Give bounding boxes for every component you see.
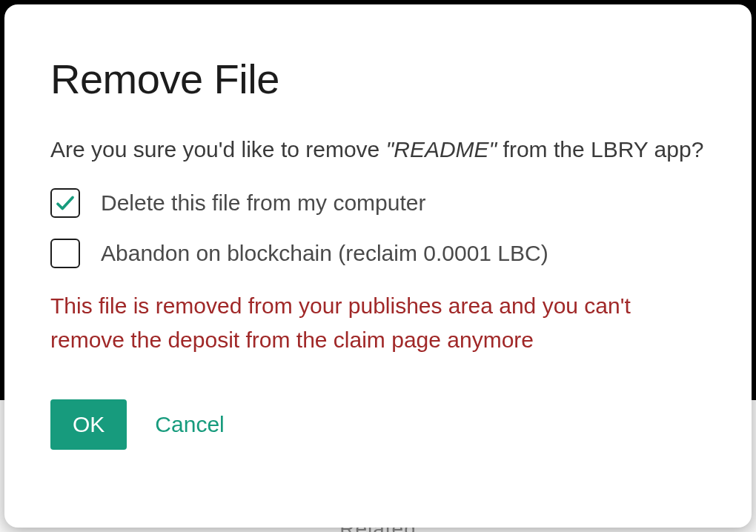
dialog-title: Remove File <box>50 55 706 103</box>
message-prefix: Are you sure you'd like to remove <box>50 137 386 162</box>
abandon-blockchain-label: Abandon on blockchain (reclaim 0.0001 LB… <box>101 241 548 266</box>
remove-file-dialog: Remove File Are you sure you'd like to r… <box>4 4 752 528</box>
message-filename: "README" <box>386 137 497 162</box>
abandon-blockchain-checkbox-row[interactable]: Abandon on blockchain (reclaim 0.0001 LB… <box>50 239 706 268</box>
ok-button[interactable]: OK <box>50 399 127 450</box>
dialog-message: Are you sure you'd like to remove "READM… <box>50 133 706 167</box>
abandon-blockchain-checkbox[interactable] <box>50 239 80 268</box>
delete-from-computer-checkbox[interactable] <box>50 188 80 218</box>
dialog-button-row: OK Cancel <box>50 399 706 450</box>
check-icon <box>54 192 76 214</box>
delete-from-computer-checkbox-row[interactable]: Delete this file from my computer <box>50 188 706 218</box>
message-suffix: from the LBRY app? <box>497 137 703 162</box>
delete-from-computer-label: Delete this file from my computer <box>101 190 425 216</box>
warning-message: This file is removed from your publishes… <box>50 289 706 358</box>
cancel-button[interactable]: Cancel <box>149 399 230 450</box>
